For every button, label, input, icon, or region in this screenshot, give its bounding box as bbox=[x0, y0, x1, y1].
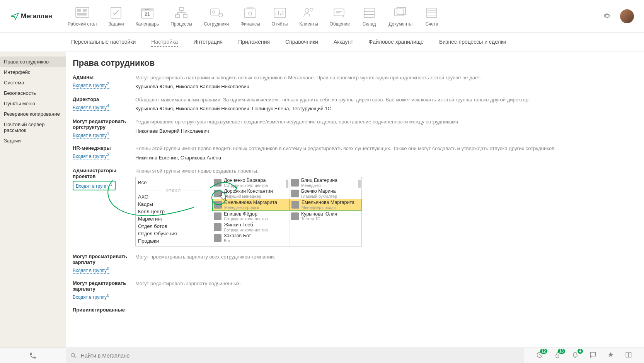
group-row-1: Директора Входят в группу4 Обладают макс… bbox=[73, 96, 632, 111]
picker-source-item[interactable]: Донченко ВарвараСотрудник колл-центра bbox=[212, 177, 289, 188]
group-link[interactable]: Входят в группу0 bbox=[73, 295, 109, 300]
logo-text: Мегаплан bbox=[21, 12, 52, 20]
user-avatar[interactable] bbox=[620, 9, 634, 23]
nav-8[interactable]: Общение bbox=[330, 6, 350, 27]
subnav-item-4[interactable]: Справочники bbox=[285, 39, 318, 47]
svg-rect-24 bbox=[364, 14, 374, 17]
group-link[interactable]: Входят в группу2 bbox=[73, 83, 109, 89]
group-link[interactable]: Входят в группу2 bbox=[73, 154, 109, 159]
sidebar-item-4[interactable]: Пункты меню bbox=[0, 98, 66, 109]
subnav-item-1[interactable]: Настройка bbox=[151, 39, 178, 47]
svg-rect-17 bbox=[247, 7, 254, 9]
topbar-right bbox=[603, 9, 634, 23]
subnav-item-7[interactable]: Бизнес-процессы и сделки bbox=[439, 39, 506, 47]
global-search[interactable] bbox=[66, 348, 524, 349]
nav-3[interactable]: Процессы bbox=[170, 6, 192, 27]
main-nav: Рабочий стол Задачи май21 Календарь Проц… bbox=[68, 6, 603, 27]
picker-target: Блиц ЕкатеринаМенеджер Боечко МаринаГлав… bbox=[290, 177, 361, 246]
svg-point-20 bbox=[310, 8, 313, 11]
picker-target-item[interactable]: Боечко МаринаГлавный бухгалтер bbox=[290, 188, 361, 199]
group-row-2: Могут редактировать оргструктуру Входят … bbox=[73, 118, 632, 138]
group-row-0: Админы Входят в группу2 Могут редактиров… bbox=[73, 74, 632, 89]
nav-4[interactable]: Сотрудники bbox=[204, 6, 229, 27]
picker-dept[interactable]: Отдел Обучения bbox=[138, 230, 210, 237]
scrollbar-thumb[interactable] bbox=[358, 180, 361, 188]
group-row-5: Могут просматривать зарплату Входят в гр… bbox=[73, 253, 632, 273]
picker-source-item[interactable]: Емельянова МаргаритаМенеджер продаж bbox=[212, 199, 289, 211]
svg-rect-26 bbox=[397, 7, 405, 14]
picker-dept[interactable]: Кадры bbox=[138, 200, 210, 208]
group-link[interactable]: Входят в группу1 bbox=[73, 133, 109, 139]
picker-dept[interactable]: Продажи bbox=[138, 237, 210, 245]
content: Права сотрудников Админы Входят в группу… bbox=[66, 52, 644, 349]
scrollbar-thumb[interactable] bbox=[286, 180, 288, 188]
footer: 12 13 4 bbox=[0, 348, 644, 349]
picker-departments: Все отделАХОКадрыКолл-центрМаркетингОтде… bbox=[136, 177, 212, 246]
settings-icon[interactable] bbox=[603, 12, 611, 21]
svg-point-13 bbox=[213, 11, 215, 13]
sidebar-item-3[interactable]: Безопасность bbox=[0, 88, 66, 98]
sidebar-item-1[interactable]: Интерфейс bbox=[0, 67, 66, 77]
group-row-4: Администраторы проектов Входят в группу3… bbox=[73, 168, 632, 247]
svg-point-14 bbox=[219, 13, 223, 17]
picker-all[interactable]: Все bbox=[138, 179, 210, 186]
subnav-item-0[interactable]: Персональные настройки bbox=[71, 39, 136, 47]
page-title: Права сотрудников bbox=[73, 58, 632, 68]
nav-2[interactable]: май21 Календарь bbox=[136, 6, 159, 27]
picker-source: Донченко ВарвараСотрудник колл-центра До… bbox=[212, 177, 290, 246]
group-row-7: Привилегированные bbox=[73, 307, 632, 314]
sidebar-item-6[interactable]: Почтовый сервер рассылок bbox=[0, 119, 66, 135]
picker-source-item[interactable]: Жинкин ГлебСотрудник колл-центра bbox=[212, 222, 289, 233]
picker-dept[interactable]: АХО bbox=[138, 193, 210, 200]
picker-source-item[interactable]: Заказов БотБот bbox=[212, 233, 289, 243]
picker-target-item[interactable]: Блиц ЕкатеринаМенеджер bbox=[290, 177, 361, 188]
subnav-item-3[interactable]: Приложения bbox=[238, 39, 270, 47]
nav-10[interactable]: Документы bbox=[388, 6, 412, 27]
picker-target-item[interactable]: Курынова ЮлияТестер 1С bbox=[290, 211, 361, 222]
picker-dept[interactable]: Колл-центр bbox=[138, 208, 210, 215]
subnav-item-6[interactable]: Файловое хранилище bbox=[369, 39, 424, 47]
settings-subnav: Персональные настройкиНастройкаИнтеграци… bbox=[0, 33, 644, 52]
nav-7[interactable]: Клиенты bbox=[299, 6, 318, 27]
svg-rect-1 bbox=[77, 9, 81, 12]
nav-6[interactable]: Отчёты bbox=[272, 6, 288, 27]
group-row-6: Могут редактировать зарплату Входят в гр… bbox=[73, 280, 632, 300]
group-link[interactable]: Входят в группу0 bbox=[73, 268, 109, 274]
svg-rect-11 bbox=[183, 14, 187, 17]
group-link[interactable]: Входят в группу3 bbox=[76, 183, 112, 189]
svg-rect-2 bbox=[83, 9, 87, 12]
svg-rect-0 bbox=[76, 7, 89, 17]
subnav-item-5[interactable]: Аккаунт bbox=[334, 39, 353, 47]
topbar: Мегаплан Рабочий стол Задачи май21 Кален… bbox=[0, 0, 644, 33]
svg-text:21: 21 bbox=[145, 12, 150, 17]
svg-rect-10 bbox=[175, 14, 179, 17]
nav-1[interactable]: Задачи bbox=[108, 6, 124, 27]
svg-point-16 bbox=[249, 12, 252, 15]
logo[interactable]: Мегаплан bbox=[10, 12, 52, 21]
svg-rect-23 bbox=[364, 11, 374, 14]
sidebar-item-7[interactable]: Задачи bbox=[0, 135, 66, 146]
nav-5[interactable]: Финансы bbox=[240, 6, 260, 27]
sidebar-item-5[interactable]: Резервное копирование bbox=[0, 109, 66, 119]
picker-target-item[interactable]: Емельянова МаргаритаМенеджер продаж bbox=[290, 199, 361, 211]
picker-dept[interactable]: Маркетинг bbox=[138, 215, 210, 223]
svg-rect-21 bbox=[334, 9, 344, 16]
picker-source-item[interactable]: Епишев ФёдорСотрудник колл-центра bbox=[212, 211, 289, 222]
logo-icon bbox=[10, 12, 19, 21]
employee-picker: Все отделАХОКадрыКолл-центрМаркетингОтде… bbox=[135, 177, 362, 247]
sidebar-item-0[interactable]: Права сотрудников bbox=[0, 57, 66, 67]
picker-source-item[interactable]: Дорожкин КонстантинВедущий менеджер bbox=[212, 188, 289, 199]
svg-text:май: май bbox=[145, 8, 149, 10]
svg-rect-9 bbox=[179, 7, 183, 10]
nav-11[interactable]: Счета bbox=[424, 6, 440, 27]
group-link[interactable]: Входят в группу4 bbox=[73, 105, 109, 111]
svg-rect-15 bbox=[244, 9, 256, 17]
svg-rect-22 bbox=[364, 8, 374, 11]
sidebar-item-2[interactable]: Система bbox=[0, 77, 66, 88]
picker-dept[interactable]: Отдел ботов bbox=[138, 223, 210, 230]
nav-9[interactable]: Склад bbox=[361, 6, 377, 27]
svg-rect-3 bbox=[77, 13, 87, 15]
svg-point-19 bbox=[305, 9, 309, 12]
nav-0[interactable]: Рабочий стол bbox=[68, 6, 97, 27]
subnav-item-2[interactable]: Интеграция bbox=[193, 39, 223, 47]
